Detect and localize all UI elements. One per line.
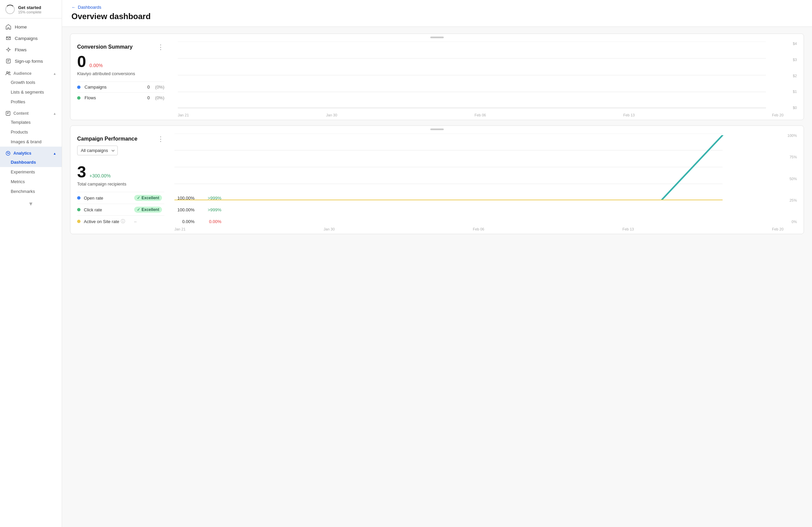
click-rate-dot [77, 208, 81, 211]
cx-label-feb20: Feb 20 [772, 227, 783, 231]
conversion-chart [178, 42, 797, 109]
content-chevron-icon: ▲ [53, 112, 56, 115]
x-label-feb20: Feb 20 [772, 113, 783, 117]
svg-point-2 [7, 72, 9, 73]
campaign-performance-title: Campaign Performance [77, 136, 137, 142]
open-rate-row: Open rate ✓ Excellent 100.00% >999% [77, 192, 164, 204]
flows-dot [77, 96, 81, 100]
svg-point-3 [9, 72, 10, 73]
flows-metric-row: Flows 0 (0%) [77, 92, 164, 103]
cy-label-25: 25% [787, 198, 797, 202]
sidebar-item-images-brand-label: Images & brand [11, 139, 42, 144]
audience-section-header[interactable]: Audience ▲ [0, 67, 62, 77]
campaigns-dot [77, 86, 81, 89]
sidebar-item-templates[interactable]: Templates [0, 117, 62, 127]
sidebar-item-templates-label: Templates [11, 120, 30, 125]
campaigns-metric-value: 0 [143, 85, 150, 89]
svg-point-0 [8, 49, 10, 51]
dashboard-content: Conversion Summary ⋮ 0 0.00% Klaviyo att… [62, 27, 812, 241]
sidebar-nav: Home Campaigns Flows Sign-up forms Audie… [0, 18, 62, 199]
y-label-3: $3 [793, 58, 797, 62]
cy-label-50: 50% [787, 177, 797, 181]
campaign-performance-menu-button[interactable]: ⋮ [157, 136, 164, 142]
sidebar-item-benchmarks-label: Benchmarks [11, 189, 35, 194]
badge-check-icon-2: ✓ [137, 207, 140, 212]
home-icon [5, 24, 11, 30]
y-label-4: $4 [793, 42, 797, 46]
cx-label-jan30: Jan 30 [324, 227, 335, 231]
click-rate-badge-label: Excellent [142, 207, 159, 212]
flows-metric-value: 0 [143, 95, 150, 100]
conversion-chart-area: $4 $3 $2 $1 $0 Jan 21 Jan 30 Feb 06 Feb … [171, 38, 803, 120]
info-icon[interactable]: ⓘ [121, 218, 125, 225]
campaign-performance-card: Campaign Performance ⋮ All campaigns 3 +… [70, 126, 804, 234]
cy-label-75: 75% [787, 155, 797, 159]
sidebar-item-products-label: Products [11, 129, 28, 134]
breadcrumb-arrow-icon: ← [71, 5, 76, 10]
sidebar-item-signup-forms-label: Sign-up forms [15, 59, 43, 64]
sidebar-item-growth-tools[interactable]: Growth tools [0, 77, 62, 87]
x-label-jan30: Jan 30 [326, 113, 337, 117]
sidebar-item-profiles[interactable]: Profiles [0, 97, 62, 107]
sidebar-item-lists-segments[interactable]: Lists & segments [0, 87, 62, 97]
y-label-2: $2 [793, 74, 797, 78]
analytics-section-header[interactable]: Analytics ▲ [0, 146, 62, 157]
sidebar-item-metrics[interactable]: Metrics [0, 177, 62, 186]
sidebar: Get started 15% complete Home Campaigns … [0, 0, 62, 527]
sidebar-item-profiles-label: Profiles [11, 99, 25, 104]
sidebar-item-dashboards-label: Dashboards [11, 160, 36, 165]
content-section-label: Content [13, 111, 29, 116]
sidebar-item-home-label: Home [15, 25, 27, 29]
sidebar-item-experiments[interactable]: Experiments [0, 167, 62, 177]
audience-chevron-icon: ▲ [53, 72, 56, 75]
conversion-summary-menu-button[interactable]: ⋮ [157, 44, 164, 50]
get-started-subtitle: 15% complete [18, 10, 42, 14]
open-rate-badge-label: Excellent [142, 196, 159, 200]
sidebar-item-growth-tools-label: Growth tools [11, 80, 35, 85]
breadcrumb[interactable]: ← Dashboards [71, 5, 802, 10]
click-rate-badge: ✓ Excellent [134, 206, 162, 213]
sidebar-item-metrics-label: Metrics [11, 179, 25, 184]
campaigns-metric-row: Campaigns 0 (0%) [77, 82, 164, 92]
sidebar-item-benchmarks[interactable]: Benchmarks [0, 186, 62, 196]
progress-circle-icon [5, 5, 15, 14]
badge-check-icon: ✓ [137, 196, 140, 200]
active-on-site-row: Active on Site rate ⓘ – 0.00% 0.00% [77, 215, 164, 227]
svg-rect-1 [6, 59, 10, 63]
forms-icon [5, 58, 11, 64]
sidebar-item-images-brand[interactable]: Images & brand [0, 137, 62, 146]
main-content-area: ← Dashboards Overview dashboard Conversi… [62, 0, 812, 527]
active-on-site-dot [77, 220, 81, 223]
total-recipients-label: Total campaign recipients [77, 182, 164, 186]
campaign-chart-y-labels: 100% 75% 50% 25% 0% [787, 133, 797, 224]
page-title: Overview dashboard [71, 12, 802, 21]
campaigns-icon [5, 35, 11, 41]
sidebar-item-flows[interactable]: Flows [0, 44, 62, 55]
conversion-big-number: 0 [77, 54, 86, 70]
open-rate-badge: ✓ Excellent [134, 195, 162, 201]
campaign-pct-change: +300.00% [89, 173, 111, 179]
y-label-1: $1 [793, 89, 797, 94]
sidebar-item-home[interactable]: Home [0, 21, 62, 32]
flows-metric-name: Flows [85, 95, 139, 100]
content-section-header[interactable]: Content ▲ [0, 107, 62, 117]
scroll-down-indicator[interactable]: ▼ [0, 199, 62, 209]
click-rate-row: Click rate ✓ Excellent 100.00% >999% [77, 204, 164, 215]
get-started-section[interactable]: Get started 15% complete [0, 0, 62, 18]
sidebar-item-experiments-label: Experiments [11, 169, 35, 174]
cx-label-feb06: Feb 06 [473, 227, 484, 231]
sidebar-item-dashboards[interactable]: Dashboards [0, 157, 62, 167]
page-header: ← Dashboards Overview dashboard [62, 0, 812, 27]
x-label-feb13: Feb 13 [623, 113, 635, 117]
all-campaigns-dropdown[interactable]: All campaigns [77, 146, 118, 155]
sidebar-item-campaigns[interactable]: Campaigns [0, 32, 62, 44]
active-on-site-name: Active on Site rate ⓘ [84, 218, 131, 225]
analytics-chevron-icon: ▲ [53, 152, 56, 155]
sidebar-item-signup-forms[interactable]: Sign-up forms [0, 55, 62, 67]
audience-section-label: Audience [13, 71, 31, 76]
flows-metric-pct: (0%) [155, 95, 164, 100]
conversion-chart-x-labels: Jan 21 Jan 30 Feb 06 Feb 13 Feb 20 [178, 113, 783, 117]
sidebar-item-products[interactable]: Products [0, 127, 62, 137]
sidebar-item-campaigns-label: Campaigns [15, 36, 38, 41]
svg-point-6 [8, 153, 9, 154]
